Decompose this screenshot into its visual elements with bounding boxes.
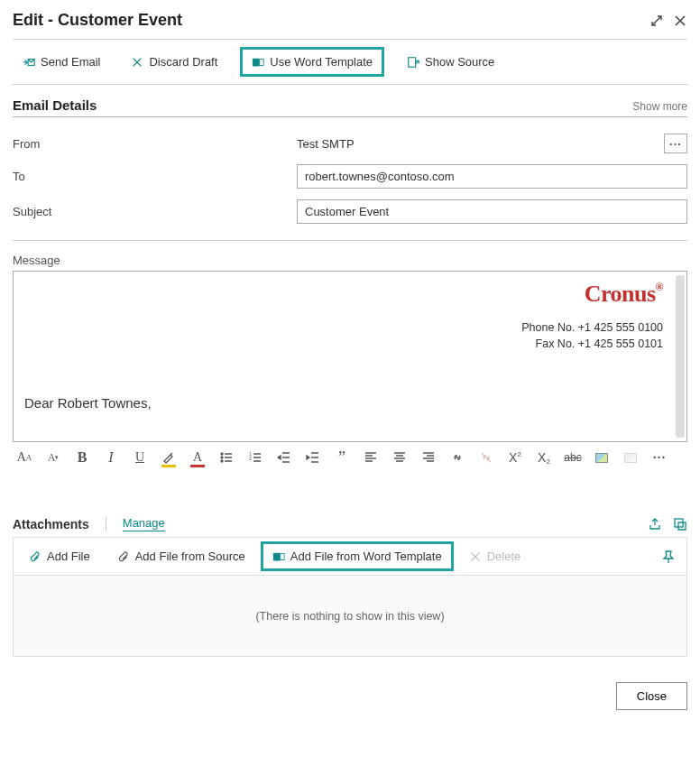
align-center-icon[interactable]: [391, 449, 408, 466]
divider: [13, 240, 687, 241]
show-source-button[interactable]: Show Source: [399, 49, 502, 75]
increase-indent-icon[interactable]: [305, 449, 321, 466]
richtext-toolbar: AA A▾ B I U A 12 ”: [13, 442, 687, 473]
attachments-header: Attachments Manage: [13, 516, 687, 531]
email-details-header: Email Details Show more: [13, 97, 687, 117]
font-color-icon[interactable]: A: [189, 449, 206, 466]
subscript-icon[interactable]: X2: [536, 449, 552, 466]
italic-icon[interactable]: I: [103, 449, 119, 466]
add-file-label: Add File: [47, 550, 90, 563]
delete-button: Delete: [457, 541, 533, 571]
logo-block: Cronus®: [24, 281, 663, 308]
divider-vertical: [106, 517, 106, 531]
align-right-icon[interactable]: [420, 449, 437, 466]
attachments-toolbar: Add File Add File from Source Add File f…: [13, 537, 687, 576]
svg-point-5: [221, 457, 223, 458]
show-source-label: Show Source: [425, 55, 494, 69]
from-label: From: [13, 137, 297, 151]
scrollbar-thumb[interactable]: [676, 275, 685, 438]
message-label: Message: [13, 254, 687, 267]
send-email-label: Send Email: [41, 55, 100, 69]
expand-icon[interactable]: [649, 14, 664, 28]
message-editor[interactable]: Cronus® Phone No. +1 425 555 0100 Fax No…: [13, 271, 687, 442]
highlight-color-icon[interactable]: [161, 449, 177, 466]
word-template-icon: [252, 56, 264, 69]
add-file-from-word-template-label: Add File from Word Template: [290, 550, 442, 563]
delete-icon: [469, 550, 482, 563]
svg-text:2: 2: [249, 456, 252, 461]
use-word-template-button[interactable]: Use Word Template: [240, 47, 384, 77]
svg-rect-3: [409, 57, 416, 67]
to-label: To: [13, 170, 297, 183]
svg-point-4: [221, 453, 223, 455]
page-title: Edit - Customer Event: [13, 11, 182, 30]
svg-rect-11: [281, 553, 284, 559]
svg-rect-1: [253, 58, 260, 66]
insert-link-icon[interactable]: [449, 449, 465, 466]
mail-send-icon: [23, 56, 35, 69]
action-toolbar: Send Email Discard Draft Use Word Templa…: [13, 39, 687, 85]
from-row: From Test SMTP ···: [13, 134, 687, 153]
source-icon: [407, 56, 419, 69]
svg-point-6: [221, 460, 223, 462]
use-word-template-label: Use Word Template: [270, 55, 373, 69]
bold-icon[interactable]: B: [74, 449, 90, 466]
manage-link[interactable]: Manage: [123, 516, 165, 531]
close-button[interactable]: Close: [616, 682, 687, 710]
to-row: To: [13, 164, 687, 189]
svg-rect-2: [260, 59, 263, 65]
send-email-button[interactable]: Send Email: [14, 49, 108, 75]
decrease-indent-icon[interactable]: [276, 449, 292, 466]
share-icon[interactable]: [648, 517, 662, 531]
to-input[interactable]: [297, 164, 687, 189]
company-logo-text: Cronus: [585, 281, 656, 307]
pin-button[interactable]: [654, 546, 683, 568]
fax-line: Fax No. +1 425 555 0101: [24, 337, 663, 353]
blockquote-icon[interactable]: ”: [334, 449, 350, 466]
message-content[interactable]: Cronus® Phone No. +1 425 555 0100 Fax No…: [14, 272, 674, 441]
paperclip-icon: [117, 550, 130, 563]
popout-icon[interactable]: [673, 517, 687, 531]
discard-draft-button[interactable]: Discard Draft: [123, 49, 226, 75]
registered-mark: ®: [656, 281, 663, 293]
subject-row: Subject: [13, 199, 687, 224]
subject-input[interactable]: [297, 199, 687, 224]
phone-line: Phone No. +1 425 555 0100: [24, 320, 663, 337]
close-icon[interactable]: [673, 14, 687, 28]
email-details-title: Email Details: [13, 97, 97, 113]
discard-icon: [131, 56, 143, 69]
header-actions: [649, 14, 687, 28]
superscript-icon[interactable]: X2: [507, 449, 523, 466]
numbered-list-icon[interactable]: 12: [247, 449, 263, 466]
subject-label: Subject: [13, 205, 297, 218]
strikethrough-icon[interactable]: abc: [565, 449, 581, 466]
attachments-empty-state: (There is nothing to show in this view): [13, 576, 687, 657]
word-template-icon: [272, 550, 285, 563]
greeting-line: Dear Robert Townes,: [24, 395, 663, 411]
attachments-title: Attachments: [13, 517, 89, 531]
font-size-increase-icon[interactable]: AA: [16, 449, 32, 466]
from-lookup-button[interactable]: ···: [664, 134, 687, 153]
underline-icon[interactable]: U: [132, 449, 148, 466]
delete-label: Delete: [487, 550, 521, 563]
add-file-from-word-template-button[interactable]: Add File from Word Template: [261, 541, 454, 571]
discard-draft-label: Discard Draft: [149, 55, 217, 69]
attachments-empty-text: (There is nothing to show in this view): [255, 610, 444, 623]
add-file-button[interactable]: Add File: [17, 541, 102, 571]
contact-info: Phone No. +1 425 555 0100 Fax No. +1 425…: [24, 320, 663, 352]
insert-image-disabled-icon: [622, 449, 639, 466]
add-file-from-source-label: Add File from Source: [135, 550, 245, 563]
align-left-icon[interactable]: [363, 449, 379, 466]
paperclip-icon: [29, 550, 41, 563]
font-size-decrease-icon[interactable]: A▾: [45, 449, 61, 466]
dialog-footer: Close: [13, 682, 687, 710]
remove-link-icon[interactable]: [478, 449, 494, 466]
show-more-link[interactable]: Show more: [632, 100, 687, 113]
insert-image-icon[interactable]: [594, 449, 610, 466]
svg-rect-10: [273, 552, 281, 560]
more-formatting-icon[interactable]: ···: [651, 449, 668, 466]
add-file-from-source-button[interactable]: Add File from Source: [106, 541, 257, 571]
from-value: Test SMTP: [297, 137, 657, 151]
bulleted-list-icon[interactable]: [218, 449, 235, 466]
